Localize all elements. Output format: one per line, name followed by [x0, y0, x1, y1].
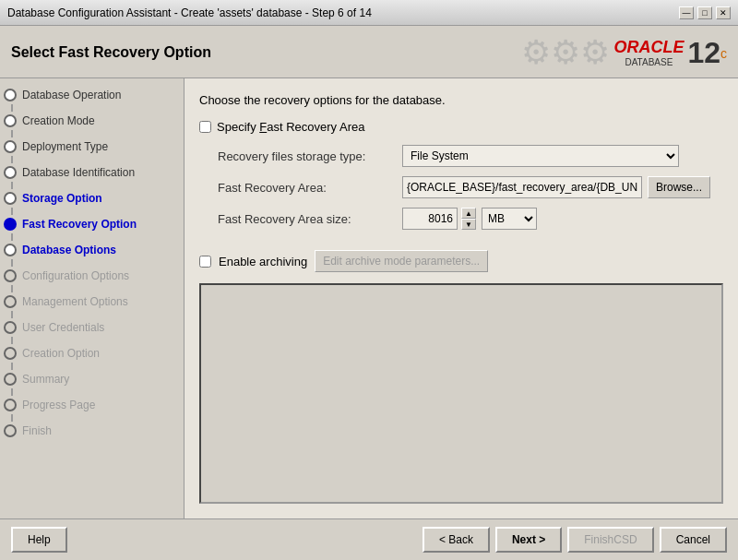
next-button[interactable]: Next >: [495, 527, 562, 553]
panel-description: Choose the recovery options for the data…: [199, 93, 723, 107]
fra-unit-select[interactable]: MB GB TB: [482, 208, 537, 230]
recovery-files-select[interactable]: File System ASM: [402, 145, 679, 167]
oracle-brand-text: ORACLE: [613, 38, 684, 56]
specify-fra-row: Specify Fast Recovery Area: [199, 120, 723, 134]
connector-2: [11, 130, 13, 137]
edit-archive-button[interactable]: Edit archive mode parameters...: [315, 250, 488, 272]
sidebar-dot-database-id: [4, 166, 17, 179]
minimize-button[interactable]: —: [679, 6, 694, 19]
gear-decoration: ⚙⚙⚙: [521, 33, 610, 72]
sidebar-item-management-options: Management Options: [0, 292, 184, 311]
size-spinner: ▲ ▼: [461, 208, 476, 230]
connector-8: [11, 285, 13, 292]
sidebar-dot-mgmt-options: [4, 295, 17, 308]
maximize-button[interactable]: □: [697, 6, 712, 19]
sidebar-label-creation-mode: Creation Mode: [22, 114, 95, 127]
sidebar-dot-database-operation: [4, 89, 17, 101]
footer-left: Help: [11, 527, 67, 553]
header: Select Fast Recovery Option ⚙⚙⚙ ORACLE D…: [0, 26, 738, 78]
sidebar-item-fast-recovery-option[interactable]: Fast Recovery Option: [0, 215, 184, 233]
finish-button[interactable]: FinishCSD: [567, 527, 653, 553]
connector-13: [11, 414, 13, 422]
sidebar-dot-progress: [4, 399, 17, 411]
fra-path-input[interactable]: [402, 176, 642, 198]
connector-3: [11, 156, 13, 163]
sidebar-item-database-operation[interactable]: Database Operation: [0, 86, 184, 104]
enable-archiving-checkbox[interactable]: [199, 256, 211, 268]
window-controls: — □ ✕: [679, 6, 731, 19]
sidebar-item-database-options[interactable]: Database Options: [0, 241, 184, 259]
connector-9: [11, 311, 13, 318]
fra-size-row: Fast Recovery Area size: ▲ ▼ MB GB TB: [218, 208, 723, 230]
sidebar-label-storage-option: Storage Option: [22, 192, 102, 205]
enable-archiving-label[interactable]: Enable archiving: [219, 255, 307, 268]
main-container: Select Fast Recovery Option ⚙⚙⚙ ORACLE D…: [0, 26, 738, 560]
sidebar: Database Operation Creation Mode Deploym…: [0, 78, 184, 518]
sidebar-label-progress: Progress Page: [22, 399, 95, 411]
sidebar-dot-database-options: [4, 244, 17, 256]
connector-4: [11, 182, 13, 189]
sidebar-label-config-options: Configuration Options: [22, 269, 129, 282]
back-button[interactable]: < Back: [423, 527, 490, 553]
connector-11: [11, 363, 13, 370]
connector-5: [11, 208, 13, 215]
sidebar-item-configuration-options: Configuration Options: [0, 267, 184, 285]
size-decrement-button[interactable]: ▼: [461, 219, 476, 230]
connector-10: [11, 337, 13, 344]
sidebar-label-database-options: Database Options: [22, 244, 116, 256]
oracle-brand-block: ORACLE DATABASE: [613, 38, 684, 67]
close-button[interactable]: ✕: [716, 6, 731, 19]
log-area: [199, 283, 723, 504]
sidebar-item-progress-page: Progress Page: [0, 396, 184, 414]
footer-right: < Back Next > FinishCSD Cancel: [423, 527, 727, 553]
sidebar-label-fast-recovery: Fast Recovery Option: [22, 218, 137, 231]
sidebar-dot-creation-option: [4, 347, 17, 360]
sidebar-label-database-id: Database Identification: [22, 166, 135, 179]
size-increment-button[interactable]: ▲: [461, 208, 476, 219]
fra-size-label: Fast Recovery Area size:: [218, 212, 402, 226]
sidebar-item-database-identification[interactable]: Database Identification: [0, 163, 184, 182]
title-bar: Database Configuration Assistant - Creat…: [0, 0, 738, 26]
fra-path-row: Fast Recovery Area: Browse...: [218, 176, 723, 198]
fra-size-input[interactable]: [402, 208, 458, 230]
page-title: Select Fast Recovery Option: [11, 44, 211, 61]
sidebar-dot-creation-mode: [4, 114, 17, 127]
connector-1: [11, 104, 13, 112]
size-spinner-wrapper: ▲ ▼: [402, 208, 476, 230]
main-panel: Choose the recovery options for the data…: [184, 78, 738, 518]
fra-path-control: Browse...: [402, 176, 710, 198]
sidebar-dot-config-options: [4, 269, 17, 282]
sidebar-label-user-creds: User Credentials: [22, 321, 104, 334]
connector-6: [11, 233, 13, 241]
oracle-version-number: 12: [687, 36, 720, 69]
oracle-product-label: DATABASE: [613, 57, 684, 67]
sidebar-item-deployment-type[interactable]: Deployment Type: [0, 137, 184, 156]
fra-path-label: Fast Recovery Area:: [218, 181, 402, 195]
sidebar-item-storage-option[interactable]: Storage Option: [0, 189, 184, 208]
sidebar-dot-user-creds: [4, 321, 17, 334]
sidebar-label-summary: Summary: [22, 373, 69, 386]
specify-fra-label[interactable]: Specify Fast Recovery Area: [217, 120, 364, 134]
sidebar-dot-finish: [4, 424, 17, 437]
content-area: Database Operation Creation Mode Deploym…: [0, 78, 738, 518]
specify-fra-checkbox[interactable]: [199, 121, 211, 133]
sidebar-dot-summary: [4, 373, 17, 386]
sidebar-label-mgmt-options: Management Options: [22, 295, 128, 308]
connector-12: [11, 388, 13, 396]
connector-7: [11, 259, 13, 267]
sidebar-item-creation-mode[interactable]: Creation Mode: [0, 112, 184, 130]
recovery-files-label: Recovery files storage type:: [218, 149, 402, 163]
sidebar-dot-fast-recovery: [4, 218, 17, 231]
footer: Help < Back Next > FinishCSD Cancel: [0, 518, 738, 560]
cancel-button[interactable]: Cancel: [660, 527, 727, 553]
browse-button[interactable]: Browse...: [648, 176, 710, 198]
sidebar-label-finish: Finish: [22, 424, 52, 437]
sidebar-dot-storage-option: [4, 192, 17, 205]
sidebar-dot-deployment-type: [4, 140, 17, 153]
help-button[interactable]: Help: [11, 527, 67, 553]
fra-size-control: ▲ ▼ MB GB TB: [402, 208, 537, 230]
sidebar-label-database-operation: Database Operation: [22, 89, 121, 101]
sidebar-label-deployment-type: Deployment Type: [22, 140, 108, 153]
archiving-row: Enable archiving Edit archive mode param…: [199, 250, 723, 272]
sidebar-label-creation-option: Creation Option: [22, 347, 100, 360]
